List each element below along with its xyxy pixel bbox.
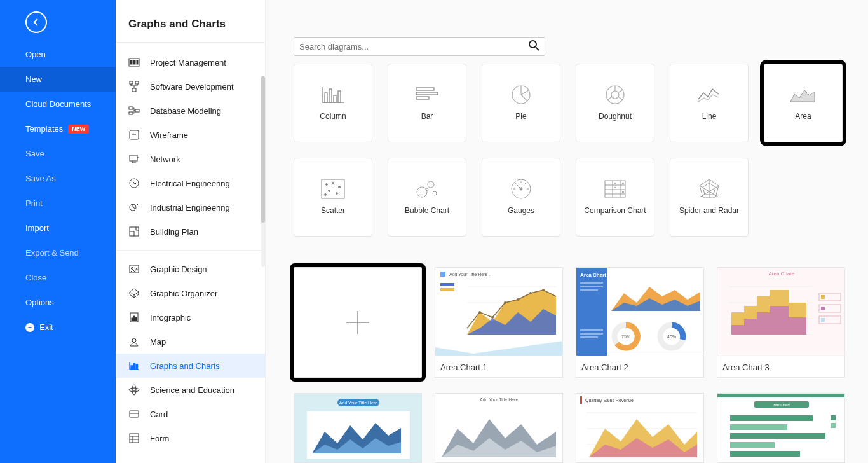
cat-science-and-education[interactable]: Science and Education [116,378,265,402]
cat-wireframe[interactable]: Wireframe [116,123,265,147]
tile-column[interactable]: Column [294,64,372,142]
svg-rect-33 [130,434,139,443]
template-area-chart-2[interactable]: Area Chart 75% 40% Area Chart 2 [576,267,704,378]
tile-label: Doughnut [599,112,632,121]
tile-comparison-chart[interactable]: Comparison Chart [576,158,654,237]
cat-form[interactable]: Form [116,426,265,450]
svg-point-54 [428,181,434,188]
cat-label: Science and Education [150,385,234,395]
tile-bar[interactable]: Bar [388,64,466,142]
svg-rect-5 [130,60,132,64]
back-button[interactable] [25,11,47,33]
template-area-chart-1[interactable]: Add Your Title Here . Area Chart 1 [435,267,563,378]
tile-doughnut[interactable]: Doughnut [576,64,654,142]
svg-rect-113 [717,394,845,397]
cat-infographic[interactable]: Infographic [116,305,265,329]
cat-project-management[interactable]: Project Management [116,50,265,74]
template-blank[interactable] [294,267,422,378]
template-item[interactable]: Add Your Title Here [294,393,422,463]
rail-save[interactable]: Save [0,141,116,166]
rail-new[interactable]: New [0,67,116,92]
tile-line[interactable]: Line [670,64,749,142]
rail-export-send[interactable]: Export & Send [0,240,116,265]
search-input[interactable] [299,42,528,52]
cat-card[interactable]: Card [116,402,265,426]
cat-label: Form [150,434,169,443]
svg-rect-107 [580,396,582,404]
tile-label: Line [702,112,717,121]
svg-rect-97 [821,307,825,310]
cat-network[interactable]: Network [116,147,265,171]
graphic-design-icon [128,263,140,275]
svg-rect-38 [334,95,336,102]
cat-label: Card [150,410,168,419]
thumb-title: Area Chare [769,271,795,277]
template-item[interactable]: Add Your Title Here [435,393,563,463]
svg-rect-117 [730,424,787,430]
template-item[interactable]: Quartely Sales Revenue [576,393,704,463]
svg-rect-80 [580,286,603,287]
cat-building-plan[interactable]: Building Plan [116,219,265,244]
file-menu-rail: Open New Cloud Documents Templates NEW S… [0,0,116,463]
cat-software-development[interactable]: Software Development [116,74,265,99]
rail-import[interactable]: Import [0,216,116,240]
rail-templates[interactable]: Templates NEW [0,116,116,141]
rail-save-as[interactable]: Save As [0,166,116,191]
tile-label: Bar [421,112,433,121]
science-and-education-icon [128,384,140,396]
svg-rect-9 [135,81,139,84]
tile-scatter[interactable]: Scatter [294,158,372,237]
rail-close[interactable]: Close [0,265,116,290]
cat-graphic-design[interactable]: Graphic Design [116,257,265,281]
tile-label: Pie [515,112,526,121]
tile-area[interactable]: Area [764,64,843,142]
svg-rect-65 [440,288,454,291]
template-item[interactable]: Bar Chart [717,393,845,463]
rail-open[interactable]: Open [0,42,116,67]
svg-text:75%: 75% [621,335,630,339]
tile-spider-and-radar[interactable]: Spider and Radar [670,158,749,237]
rail-exit[interactable]: – Exit [0,315,116,340]
svg-rect-42 [416,97,429,99]
search-box[interactable] [294,37,545,56]
bar-icon [414,85,440,104]
rail-templates-label: Templates [25,124,63,134]
cat-map[interactable]: Map [116,329,265,354]
svg-rect-84 [580,336,598,338]
bubble-chart-icon [414,179,440,198]
cat-graphs-and-charts[interactable]: Graphs and Charts [116,354,265,378]
svg-rect-27 [133,363,135,370]
svg-text:Add Your Title Here: Add Your Title Here [480,397,518,402]
rail-exit-label: Exit [39,322,53,332]
scroll-thumb[interactable] [261,76,265,223]
tile-gauges[interactable]: Gauges [482,158,560,237]
svg-rect-39 [338,91,341,102]
svg-point-53 [417,187,427,197]
template-area-chart-3[interactable]: Area Chare Area Chart 3 [717,267,845,378]
cat-label: Building Plan [150,227,198,237]
tile-pie[interactable]: Pie [482,64,560,142]
tile-bubble-chart[interactable]: Bubble Chart [388,158,466,237]
svg-rect-13 [135,109,139,112]
rail-cloud-documents[interactable]: Cloud Documents [0,92,116,116]
svg-text:Quartely Sales Revenue: Quartely Sales Revenue [585,398,634,403]
cat-electrical-engineering[interactable]: Electrical Engineering [116,171,265,195]
svg-rect-37 [329,89,332,102]
search-icon[interactable] [528,39,539,53]
thumb-title: Add Your Title Here . [449,272,490,277]
rail-print[interactable]: Print [0,191,116,216]
graphic-organizer-icon [128,287,140,299]
template-caption: Area Chart 2 [576,356,704,378]
rail-options[interactable]: Options [0,290,116,315]
cat-database-modeling[interactable]: Database Modeling [116,99,265,123]
cat-industrial-engineering[interactable]: Industrial Engineering [116,195,265,219]
svg-rect-12 [129,112,133,114]
svg-point-25 [132,338,136,342]
cat-graphic-organizer[interactable]: Graphic Organizer [116,281,265,305]
svg-rect-15 [130,155,137,161]
svg-point-45 [611,91,619,99]
svg-point-29 [133,389,135,391]
main-area: Column Bar Pie Doughnut Line Area Scatte… [266,0,868,463]
tile-label: Bubble Chart [405,206,449,215]
svg-point-71 [491,316,494,319]
